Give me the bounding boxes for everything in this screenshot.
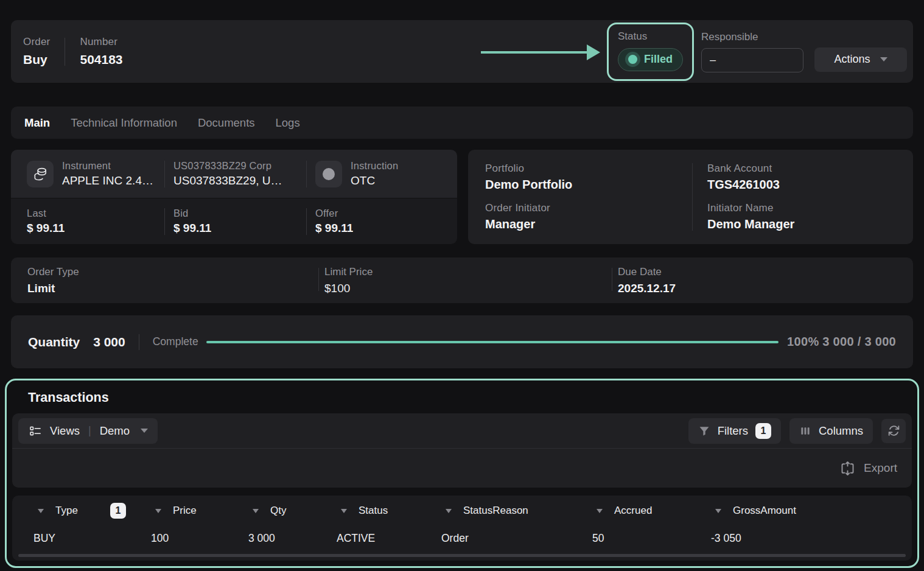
quantity-status: Complete: [153, 335, 198, 348]
dot-icon: [323, 168, 335, 180]
divider: [65, 38, 65, 66]
portfolio-field: Portfolio Demo Portfolio: [485, 159, 707, 196]
bank-account-label: Bank Account: [707, 163, 913, 175]
bid-price-cell: Bid $ 99.11: [164, 208, 306, 235]
portfolio-label: Portfolio: [485, 163, 707, 175]
cell-status: ACTIVE: [337, 532, 441, 545]
bid-value: $ 99.11: [173, 222, 211, 235]
columns-label: Columns: [819, 424, 863, 438]
instrument-value: APPLE INC 2.4…: [62, 174, 153, 187]
status-value: Filled: [644, 53, 673, 66]
filters-label: Filters: [718, 424, 748, 438]
filter-chevron-icon[interactable]: [446, 509, 452, 513]
limit-price-label: Limit Price: [324, 266, 612, 278]
offer-value: $ 99.11: [315, 222, 353, 235]
cell-accrued: 50: [592, 532, 711, 545]
column-header-price[interactable]: Price: [155, 505, 253, 517]
order-header-card: Order Buy Number 504183 Status Filled Re…: [11, 20, 913, 83]
column-header-qty[interactable]: Qty: [253, 505, 341, 517]
instruction-cell: Instruction OTC: [306, 161, 457, 187]
list-views-icon: [28, 424, 43, 438]
column-header-type[interactable]: Type 1: [38, 503, 155, 519]
filter-chevron-icon[interactable]: [715, 509, 721, 513]
order-type-field: Order Type Limit: [11, 257, 318, 303]
horizontal-scrollbar[interactable]: [18, 554, 906, 557]
column-header-status[interactable]: Status: [341, 505, 446, 517]
views-label: Views: [50, 424, 80, 438]
filter-chevron-icon[interactable]: [155, 509, 161, 513]
filters-count-badge: 1: [755, 423, 771, 439]
views-button[interactable]: Views | Demo: [18, 418, 158, 444]
filter-chevron-icon[interactable]: [597, 509, 603, 513]
bank-account-field: Bank Account TGS4261003: [707, 159, 913, 196]
tab-technical-information[interactable]: Technical Information: [71, 116, 177, 130]
transactions-title: Transactions: [28, 390, 912, 405]
column-header-grossamount[interactable]: GrossAmount: [715, 505, 912, 517]
quantity-progress-bar: [206, 341, 779, 343]
column-header-accrued[interactable]: Accrued: [597, 505, 715, 517]
tab-bar: Main Technical Information Documents Log…: [11, 107, 913, 139]
type-filter-count-badge: 1: [110, 503, 126, 519]
order-value: Buy: [23, 52, 50, 67]
actions-button[interactable]: Actions: [814, 47, 907, 72]
due-date-field: Due Date 2025.12.17: [612, 257, 913, 303]
portfolio-card: Portfolio Demo Portfolio Bank Account TG…: [468, 150, 913, 244]
cell-type: BUY: [33, 532, 151, 545]
order-type-value: Limit: [27, 282, 318, 295]
filters-button[interactable]: Filters 1: [688, 418, 781, 444]
last-value: $ 99.11: [27, 222, 65, 235]
responsible-field: Responsible: [701, 31, 803, 72]
number-value: 504183: [80, 52, 122, 67]
divider: [139, 334, 139, 350]
responsible-input[interactable]: [701, 48, 803, 72]
security-value: US037833BZ29, U…: [173, 174, 282, 187]
arrow-head-icon: [587, 44, 600, 60]
refresh-icon: [887, 424, 900, 437]
security-cell: US037833BZ29 Corp US037833BZ29, U…: [164, 161, 306, 187]
instrument-card: Instrument APPLE INC 2.4… US037833BZ29 C…: [11, 150, 457, 244]
export-icon: [839, 460, 856, 477]
order-initiator-label: Order Initiator: [485, 202, 707, 214]
funnel-icon: [698, 425, 710, 437]
order-initiator-field: Order Initiator Manager: [485, 198, 707, 236]
table-row[interactable]: BUY 100 3 000 ACTIVE Order 50 -3 050: [12, 525, 912, 552]
instrument-label: Instrument: [62, 160, 153, 172]
filter-chevron-icon[interactable]: [341, 509, 347, 513]
transactions-table: Type 1 Price Qty Status StatusReas: [12, 496, 912, 561]
quantity-label: Quantity: [28, 335, 80, 349]
refresh-button[interactable]: [881, 419, 906, 443]
quantity-value: 3 000: [93, 335, 125, 349]
quantity-progress-text: 100% 3 000 / 3 000: [787, 335, 896, 349]
cell-grossamount: -3 050: [711, 532, 912, 545]
offer-price-cell: Offer $ 99.11: [306, 208, 457, 235]
columns-button[interactable]: Columns: [789, 418, 873, 444]
limit-price-value: $100: [324, 282, 612, 295]
instruction-value: OTC: [351, 174, 398, 187]
chevron-down-icon: [141, 429, 148, 433]
number-label: Number: [80, 36, 122, 48]
status-badge: Filled: [618, 48, 683, 71]
order-initiator-value: Manager: [485, 217, 707, 231]
export-button[interactable]: Export: [864, 461, 897, 475]
page: Order Buy Number 504183 Status Filled Re…: [0, 0, 924, 568]
status-highlight-box: Status Filled: [607, 23, 694, 81]
tab-main[interactable]: Main: [24, 116, 50, 130]
last-price-cell: Last $ 99.11: [11, 208, 164, 235]
bid-label: Bid: [173, 208, 211, 219]
offer-label: Offer: [315, 208, 353, 219]
column-header-statusreason[interactable]: StatusReason: [446, 505, 597, 517]
columns-icon: [799, 425, 811, 437]
bank-account-value: TGS4261003: [707, 178, 913, 192]
tab-logs[interactable]: Logs: [276, 116, 300, 130]
last-label: Last: [27, 208, 65, 219]
cell-price: 100: [151, 532, 248, 545]
filter-chevron-icon[interactable]: [253, 509, 259, 513]
security-label: US037833BZ29 Corp: [173, 160, 282, 172]
cell-statusreason: Order: [441, 532, 592, 545]
status-dot-icon: [628, 55, 637, 64]
transactions-section: Transactions Views | Demo: [5, 379, 919, 568]
filter-chevron-icon[interactable]: [38, 509, 44, 513]
order-number-field: Number 504183: [80, 36, 122, 67]
tab-documents[interactable]: Documents: [198, 116, 255, 130]
limit-price-field: Limit Price $100: [318, 257, 612, 303]
